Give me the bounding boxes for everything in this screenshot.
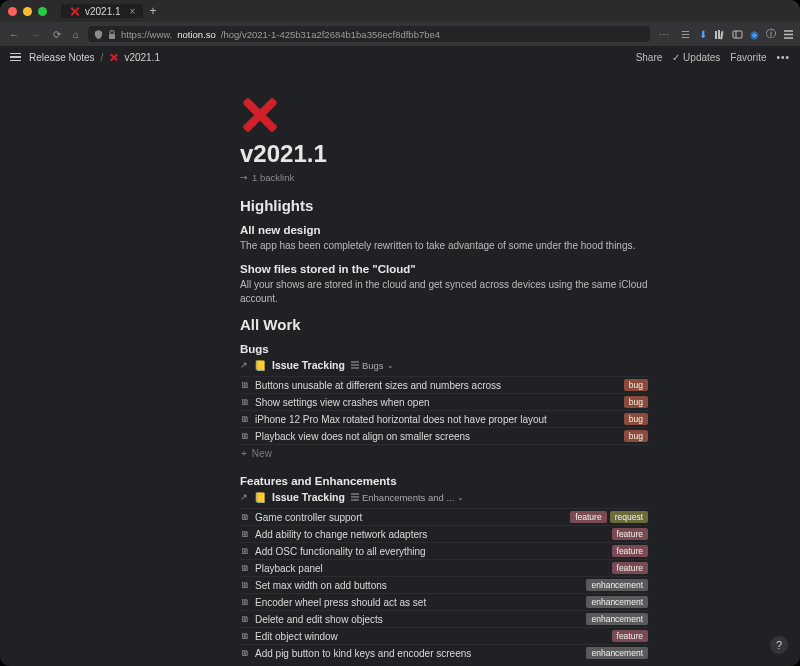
db-view-selector[interactable]: Bugs ⌄: [351, 360, 394, 371]
linked-db-header-bugs[interactable]: ↗ 📒 Issue Tracking Bugs ⌄: [240, 359, 650, 371]
table-row[interactable]: 🗎Add ability to change network adaptersf…: [240, 525, 650, 542]
linked-db-header-features[interactable]: ↗ 📒 Issue Tracking Enhancements and ... …: [240, 491, 650, 503]
table-row[interactable]: 🗎Set max width on add buttonsenhancement: [240, 576, 650, 593]
db-view-selector[interactable]: Enhancements and ... ⌄: [351, 492, 464, 503]
url-prefix: https://www.: [121, 29, 172, 40]
breadcrumb-page[interactable]: v2021.1: [124, 52, 160, 63]
tag-bug: bug: [624, 396, 648, 408]
menu-button[interactable]: [783, 29, 794, 40]
favorite-button[interactable]: Favorite: [730, 52, 766, 63]
chevron-down-icon: ⌄: [387, 361, 394, 370]
updates-button[interactable]: ✓ Updates: [672, 52, 720, 63]
table-row[interactable]: 🗎Edit object windowfeature: [240, 627, 650, 644]
plus-icon: +: [241, 448, 247, 459]
svg-rect-0: [109, 34, 115, 39]
forward-button[interactable]: →: [28, 27, 44, 42]
breadcrumb-separator: /: [101, 52, 104, 63]
hamburger-icon[interactable]: [10, 53, 21, 61]
table-row[interactable]: 🗎Encoder wheel press should act as seten…: [240, 593, 650, 610]
help-button[interactable]: ?: [770, 636, 788, 654]
row-title: Set max width on add buttons: [255, 580, 586, 591]
notion-topbar: Release Notes / v2021.1 Share ✓ Updates …: [0, 46, 800, 68]
table-row[interactable]: 🗎Playback view does not align on smaller…: [240, 427, 650, 444]
back-button[interactable]: ←: [6, 27, 22, 42]
page-icon: 🗎: [240, 380, 250, 390]
extension-icon[interactable]: ◉: [750, 29, 759, 40]
page-icon: 🗎: [240, 648, 250, 658]
page-icon: 🗎: [240, 512, 250, 522]
share-button[interactable]: Share: [636, 52, 663, 63]
tag-enhancement: enhancement: [586, 613, 648, 625]
row-tags: bug: [624, 379, 648, 391]
page-icon: 🗎: [240, 631, 250, 641]
breadcrumb-root[interactable]: Release Notes: [29, 52, 95, 63]
browser-toolbar: ← → ⟳ ⌂ https://www.notion.so/hog/v2021-…: [0, 22, 800, 46]
page-content: v2021.1 ↗ 1 backlink Highlights All new …: [0, 68, 800, 666]
row-tags: feature: [612, 545, 648, 557]
reload-button[interactable]: ⟳: [50, 27, 64, 42]
page-icon: 🗎: [240, 414, 250, 424]
tag-bug: bug: [624, 379, 648, 391]
highlight-title[interactable]: All new design: [240, 224, 650, 236]
tag-feature: feature: [612, 630, 648, 642]
row-title: iPhone 12 Pro Max rotated horizontal doe…: [255, 414, 624, 425]
linked-arrow-icon: ↗: [240, 492, 248, 502]
table-row[interactable]: 🗎Buttons unusable at different sizes and…: [240, 376, 650, 393]
linked-arrow-icon: ↗: [240, 360, 248, 370]
table-row[interactable]: 🗎Add OSC functionality to all everything…: [240, 542, 650, 559]
row-title: Playback view does not align on smaller …: [255, 431, 624, 442]
row-tags: bug: [624, 413, 648, 425]
table-row[interactable]: 🗎Delete and edit show objectsenhancement: [240, 610, 650, 627]
table-row[interactable]: 🗎Add pig button to kind keys and encoder…: [240, 644, 650, 661]
row-title: Delete and edit show objects: [255, 614, 586, 625]
page-icon: 🗎: [240, 431, 250, 441]
home-button[interactable]: ⌂: [70, 27, 82, 42]
row-title: Add ability to change network adapters: [255, 529, 612, 540]
tag-feature: feature: [612, 545, 648, 557]
heading-all-work[interactable]: All Work: [240, 316, 650, 333]
new-row-button[interactable]: +New: [240, 444, 650, 461]
reader-button[interactable]: ☰: [678, 27, 693, 42]
folder-icon: 📒: [254, 360, 266, 371]
new-tab-button[interactable]: +: [143, 4, 162, 18]
info-icon[interactable]: ⓘ: [766, 27, 776, 41]
row-title: Game controller support: [255, 512, 570, 523]
window-zoom-button[interactable]: [38, 7, 47, 16]
db-name: Issue Tracking: [272, 491, 345, 503]
address-bar[interactable]: https://www.notion.so/hog/v2021-1-425b31…: [88, 26, 650, 42]
sidebar-icon[interactable]: [732, 29, 743, 40]
page-title[interactable]: v2021.1: [240, 140, 650, 168]
tag-enhancement: enhancement: [586, 647, 648, 659]
more-button[interactable]: •••: [776, 52, 790, 63]
heading-highlights[interactable]: Highlights: [240, 197, 650, 214]
table-row[interactable]: 🗎Show settings view crashes when openbug: [240, 393, 650, 410]
table-row[interactable]: 🗎Game controller supportfeaturerequest: [240, 508, 650, 525]
page-actions-button[interactable]: ⋯: [656, 27, 672, 42]
library-icon[interactable]: [714, 29, 725, 40]
row-tags: feature: [612, 528, 648, 540]
row-title: Add pig button to kind keys and encoder …: [255, 648, 586, 659]
row-tags: enhancement: [586, 596, 648, 608]
page-icon: 🗎: [240, 597, 250, 607]
window-close-button[interactable]: [8, 7, 17, 16]
url-path: /hog/v2021-1-425b31a2f2684b1ba356ecf8dfb…: [221, 29, 440, 40]
backlinks[interactable]: ↗ 1 backlink: [240, 172, 650, 183]
page-hero-x-icon: [240, 96, 278, 134]
browser-tab[interactable]: v2021.1 ×: [61, 4, 143, 18]
tag-feature: feature: [612, 528, 648, 540]
download-icon[interactable]: ⬇: [699, 29, 707, 40]
table-row[interactable]: 🗎Playback panelfeature: [240, 559, 650, 576]
tab-close-button[interactable]: ×: [130, 6, 136, 17]
lock-icon: [108, 30, 116, 39]
window-titlebar: v2021.1 × +: [0, 0, 800, 22]
heading-bugs[interactable]: Bugs: [240, 343, 650, 355]
row-title: Playback panel: [255, 563, 612, 574]
list-icon: [351, 361, 359, 369]
heading-features[interactable]: Features and Enhancements: [240, 475, 650, 487]
highlight-title[interactable]: Show files stored in the "Cloud": [240, 263, 650, 275]
tag-enhancement: enhancement: [586, 579, 648, 591]
table-row[interactable]: 🗎iPhone 12 Pro Max rotated horizontal do…: [240, 410, 650, 427]
window-minimize-button[interactable]: [23, 7, 32, 16]
page-icon: 🗎: [240, 529, 250, 539]
tag-feature: feature: [612, 562, 648, 574]
